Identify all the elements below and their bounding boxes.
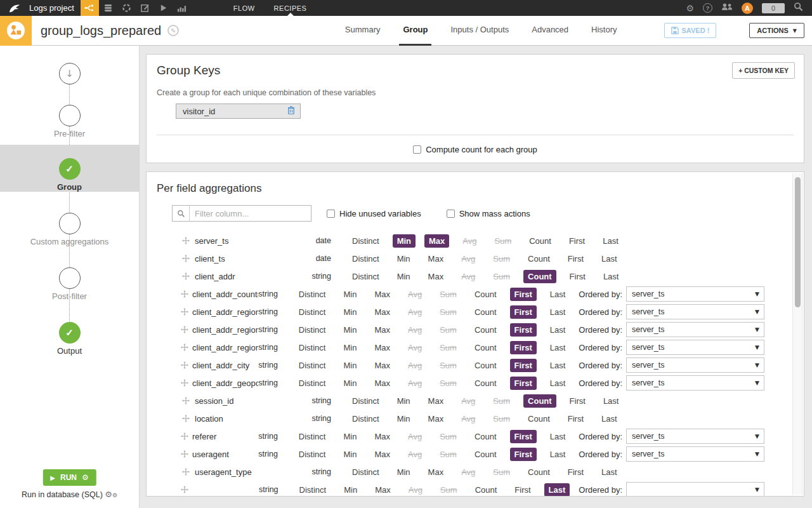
tab-advanced[interactable]: Advanced <box>528 16 572 46</box>
ordered-by-select[interactable]: server_ts▼ <box>626 286 764 302</box>
drag-handle-icon[interactable] <box>181 361 188 369</box>
dashboards-icon[interactable] <box>173 0 191 16</box>
agg-option-first[interactable]: First <box>510 341 537 354</box>
agg-option-count[interactable]: Count <box>470 377 501 390</box>
agg-option-min[interactable]: Min <box>393 252 415 265</box>
drag-handle-icon[interactable] <box>181 344 188 351</box>
agg-option-distinct[interactable]: Distinct <box>348 252 384 265</box>
scrollbar-track[interactable] <box>792 173 802 495</box>
agg-option-max[interactable]: Max <box>424 270 449 283</box>
agg-option-max[interactable]: Max <box>370 483 395 497</box>
agg-option-min[interactable]: Min <box>393 394 415 408</box>
agg-option-distinct[interactable]: Distinct <box>348 270 384 283</box>
agg-option-first[interactable]: First <box>510 288 537 301</box>
agg-option-min[interactable]: Min <box>339 288 361 301</box>
agg-option-distinct[interactable]: Distinct <box>348 234 384 248</box>
agg-option-last[interactable]: Last <box>598 234 623 248</box>
ordered-by-select[interactable]: server_ts▼ <box>626 322 764 337</box>
agg-option-distinct[interactable]: Distinct <box>294 430 331 443</box>
agg-option-distinct[interactable]: Distinct <box>294 359 331 372</box>
run-engine-note[interactable]: Run in database (SQL) ⚙⚙ <box>0 490 139 499</box>
ordered-by-select[interactable]: server_ts▼ <box>626 358 764 373</box>
agg-option-first[interactable]: First <box>563 252 588 265</box>
ordered-by-select[interactable]: server_ts▼ <box>626 375 764 391</box>
agg-option-distinct[interactable]: Distinct <box>348 412 384 425</box>
ordered-by-select[interactable]: server_ts▼ <box>626 429 764 444</box>
agg-option-first[interactable]: First <box>565 270 590 283</box>
agg-option-first[interactable]: First <box>510 448 537 461</box>
agg-option-count[interactable]: Count <box>523 412 554 425</box>
agg-option-first[interactable]: First <box>510 430 537 443</box>
actions-button[interactable]: ACTIONS ▼ <box>749 23 804 38</box>
tab-summary[interactable]: Summary <box>341 16 384 46</box>
agg-option-min[interactable]: Min <box>339 341 361 354</box>
agg-option-max[interactable]: Max <box>424 394 449 408</box>
agg-option-min[interactable]: Min <box>393 412 415 425</box>
ordered-by-select[interactable]: server_ts▼ <box>626 446 764 462</box>
agg-option-first[interactable]: First <box>510 359 537 372</box>
agg-option-min[interactable]: Min <box>339 359 361 372</box>
engine-gears-icon[interactable]: ⚙⚙ <box>105 490 117 499</box>
agg-option-last[interactable]: Last <box>546 359 570 372</box>
groups-icon[interactable] <box>721 3 733 14</box>
hide-unused-checkbox[interactable] <box>327 210 335 218</box>
agg-option-last[interactable]: Last <box>546 430 570 443</box>
step-circle[interactable] <box>59 213 81 234</box>
agg-option-distinct[interactable]: Distinct <box>294 341 331 354</box>
drag-handle-icon[interactable] <box>181 272 191 280</box>
agg-option-min[interactable]: Min <box>339 430 361 443</box>
agg-option-last[interactable]: Last <box>546 377 570 390</box>
agg-option-max[interactable]: Max <box>370 448 395 461</box>
search-icon[interactable] <box>794 2 803 14</box>
agg-option-first[interactable]: First <box>510 305 537 319</box>
agg-option-max[interactable]: Max <box>370 323 395 337</box>
agg-option-last[interactable]: Last <box>599 394 624 408</box>
agg-option-min[interactable]: Min <box>339 483 362 497</box>
user-avatar[interactable]: A <box>742 3 753 14</box>
agg-option-count[interactable]: Count <box>471 483 502 497</box>
agg-option-first[interactable]: First <box>510 323 537 337</box>
drag-handle-icon[interactable] <box>181 486 188 493</box>
datasets-icon[interactable] <box>99 0 117 16</box>
agg-option-distinct[interactable]: Distinct <box>294 305 331 319</box>
topmenu-item-recipes[interactable]: RECIPES <box>265 0 317 16</box>
step-circle[interactable] <box>59 105 81 126</box>
trash-icon[interactable] <box>287 106 295 116</box>
notification-counter[interactable]: 0 <box>762 3 785 13</box>
drag-handle-icon[interactable] <box>181 432 188 440</box>
agg-option-distinct[interactable]: Distinct <box>295 483 331 497</box>
agg-option-last[interactable]: Last <box>599 270 624 283</box>
agg-option-max[interactable]: Max <box>424 412 449 425</box>
tab-history[interactable]: History <box>587 16 620 46</box>
agg-option-count[interactable]: Count <box>470 288 501 301</box>
agg-option-max[interactable]: Max <box>424 234 449 248</box>
analysis-icon[interactable] <box>117 0 136 16</box>
agg-option-last[interactable]: Last <box>544 483 570 497</box>
agg-option-distinct[interactable]: Distinct <box>294 288 331 301</box>
ordered-by-select[interactable]: server_ts▼ <box>626 304 764 319</box>
agg-option-count[interactable]: Count <box>523 270 556 283</box>
drag-handle-icon[interactable] <box>181 326 188 333</box>
agg-option-min[interactable]: Min <box>393 465 415 479</box>
agg-option-max[interactable]: Max <box>424 465 449 479</box>
settings-gear-icon[interactable]: ⚙ <box>686 4 694 13</box>
agg-option-distinct[interactable]: Distinct <box>348 465 384 479</box>
agg-option-max[interactable]: Max <box>424 252 449 265</box>
agg-option-distinct[interactable]: Distinct <box>294 448 331 461</box>
agg-option-first[interactable]: First <box>510 483 535 497</box>
notebooks-icon[interactable] <box>136 0 154 16</box>
project-name[interactable]: Logs project <box>29 3 74 13</box>
run-button[interactable]: ▶ RUN ⚙ <box>43 469 96 486</box>
agg-option-count[interactable]: Count <box>523 252 554 265</box>
agg-option-min[interactable]: Min <box>339 305 361 319</box>
agg-option-count[interactable]: Count <box>470 359 501 372</box>
agg-option-first[interactable]: First <box>510 377 537 390</box>
agg-option-count[interactable]: Count <box>470 323 501 337</box>
drag-handle-icon[interactable] <box>181 290 188 298</box>
jobs-icon[interactable] <box>154 0 173 16</box>
drag-handle-icon[interactable] <box>181 237 191 244</box>
topmenu-item-flow[interactable]: FLOW <box>224 0 265 16</box>
agg-option-max[interactable]: Max <box>370 341 395 354</box>
tab-group[interactable]: Group <box>399 16 431 46</box>
agg-option-last[interactable]: Last <box>546 323 570 337</box>
